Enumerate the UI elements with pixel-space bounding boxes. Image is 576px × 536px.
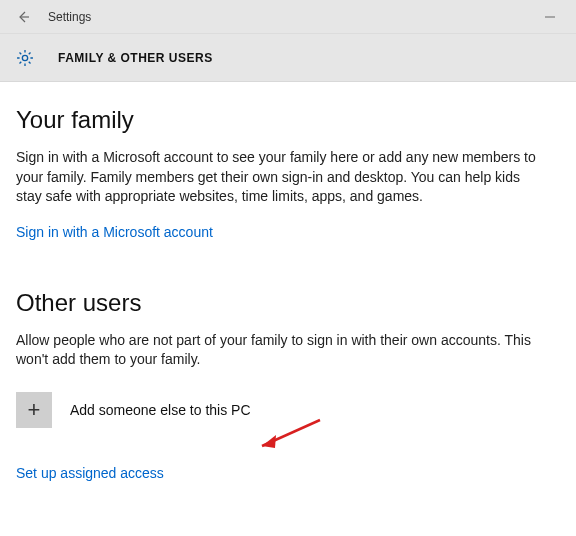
- back-button[interactable]: [6, 3, 40, 31]
- signin-microsoft-link[interactable]: Sign in with a Microsoft account: [16, 224, 213, 240]
- gear-icon: [14, 47, 36, 69]
- family-title: Your family: [16, 106, 560, 134]
- arrow-left-icon: [15, 9, 31, 25]
- other-users-title: Other users: [16, 289, 560, 317]
- setup-assigned-access-link[interactable]: Set up assigned access: [16, 465, 164, 481]
- add-someone-label: Add someone else to this PC: [70, 402, 251, 418]
- minimize-button[interactable]: [530, 3, 570, 31]
- window-titlebar: Settings: [0, 0, 576, 34]
- family-body: Sign in with a Microsoft account to see …: [16, 148, 536, 207]
- other-users-body: Allow people who are not part of your fa…: [16, 331, 536, 370]
- plus-icon: +: [16, 392, 52, 428]
- svg-point-2: [22, 55, 27, 60]
- other-users-section: Other users Allow people who are not par…: [16, 289, 560, 482]
- add-someone-button[interactable]: + Add someone else to this PC: [16, 392, 560, 428]
- minimize-icon: [544, 11, 556, 23]
- family-section: Your family Sign in with a Microsoft acc…: [16, 106, 560, 241]
- window-title: Settings: [48, 10, 91, 24]
- content-area: Your family Sign in with a Microsoft acc…: [0, 82, 576, 482]
- page-heading: FAMILY & OTHER USERS: [58, 51, 213, 65]
- page-header: FAMILY & OTHER USERS: [0, 34, 576, 82]
